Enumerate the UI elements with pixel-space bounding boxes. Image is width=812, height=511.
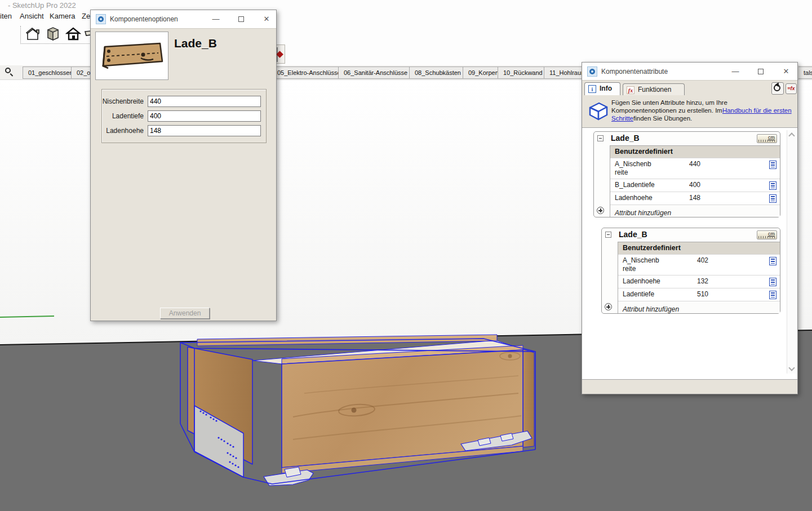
ruler-icon bbox=[758, 140, 775, 142]
units-button[interactable]: cm bbox=[757, 134, 777, 143]
close-button[interactable]: ✕ bbox=[776, 63, 796, 81]
attribute-name: B_Ladentiefe bbox=[615, 181, 689, 189]
tab-strip: i Info fx Funktionen =fx bbox=[582, 80, 797, 95]
banner-text: Fügen Sie unten Attribute hinzu, um Ihre… bbox=[611, 99, 792, 122]
menu-item-ansicht[interactable]: Ansicht bbox=[20, 12, 44, 20]
attribute-value[interactable]: 402 bbox=[697, 256, 769, 265]
attribute-value[interactable]: 510 bbox=[697, 290, 769, 299]
search-icon[interactable] bbox=[5, 68, 14, 77]
dialog-title: Komponentenattribute bbox=[601, 68, 668, 75]
add-attribute-row[interactable]: Attribut hinzufügen bbox=[618, 301, 780, 313]
units-button[interactable]: cm bbox=[757, 230, 777, 239]
attribute-name: Ladentiefe bbox=[623, 290, 697, 299]
field-label-nischenbreite: Nischenbreite bbox=[102, 97, 144, 105]
attribute-name: Ladenhoehe bbox=[615, 194, 689, 202]
info-icon: i bbox=[588, 85, 596, 93]
handle bbox=[10, 73, 14, 77]
scene-tab-08[interactable]: 08_Schubkästen bbox=[409, 66, 467, 79]
tab-funktionen-label: Funktionen bbox=[638, 86, 671, 94]
maximize-button[interactable] bbox=[751, 63, 770, 81]
scene-tab-01[interactable]: 01_geschlossen bbox=[23, 66, 79, 79]
attribute-details-icon[interactable] bbox=[769, 291, 776, 299]
refresh-icon bbox=[774, 85, 780, 91]
section-header: Benutzerdefiniert bbox=[618, 242, 780, 254]
component-name: Lade_B bbox=[174, 37, 217, 50]
collapse-icon[interactable] bbox=[597, 135, 604, 141]
attribute-details-icon[interactable] bbox=[769, 194, 776, 203]
attribute-value[interactable]: 132 bbox=[697, 277, 769, 286]
dialog-titlebar[interactable]: Komponentenoptionen — ✕ bbox=[91, 10, 276, 28]
lens bbox=[5, 68, 11, 73]
attribute-table-1: Lade_B cm Benutzerdefiniert A_Nischenb r… bbox=[593, 131, 780, 217]
component-cube-icon bbox=[586, 99, 610, 125]
window-title: - SketchUp Pro 2022 bbox=[8, 1, 76, 10]
maximize-button[interactable] bbox=[232, 10, 251, 28]
component-attributes-dialog: Komponentenattribute — ✕ i Info fx Funkt… bbox=[582, 62, 798, 394]
attribute-details-icon[interactable] bbox=[769, 181, 776, 190]
refresh-button[interactable] bbox=[771, 82, 784, 95]
add-attribute-label: Attribut hinzufügen bbox=[615, 209, 671, 217]
menu-item-fragment[interactable]: iten bbox=[0, 12, 12, 20]
options-form: Nischenbreite Ladentiefe Ladenhoehe bbox=[101, 89, 267, 143]
sketchup-icon bbox=[96, 14, 106, 24]
collapse-icon[interactable] bbox=[605, 232, 611, 238]
dialog-titlebar[interactable]: Komponentenattribute — ✕ bbox=[582, 63, 797, 81]
menu-item-kamera[interactable]: Kamera bbox=[50, 12, 76, 20]
scrollbar[interactable] bbox=[787, 130, 796, 374]
add-attribute-icon[interactable] bbox=[605, 303, 612, 310]
info-banner: Fügen Sie unten Attribute hinzu, um Ihre… bbox=[582, 95, 797, 127]
ladentiefe-input[interactable] bbox=[148, 110, 261, 122]
attribute-name: A_Nischenb reite bbox=[615, 160, 689, 177]
nischenbreite-input[interactable] bbox=[148, 96, 261, 107]
attribute-row[interactable]: A_Nischenb reite 402 bbox=[618, 254, 780, 275]
attribute-value[interactable]: 440 bbox=[689, 160, 769, 168]
minimize-button[interactable]: — bbox=[206, 10, 225, 28]
home-icon[interactable] bbox=[65, 26, 81, 42]
scene-tab-10[interactable]: 10_Rückwand bbox=[498, 66, 548, 79]
attribute-value[interactable]: 400 bbox=[689, 181, 769, 189]
table-component-name: Lade_B bbox=[611, 134, 640, 143]
attribute-row[interactable]: Ladenhoehe 148 bbox=[610, 192, 780, 205]
sketchy-house-icon[interactable] bbox=[25, 26, 41, 42]
sketchup-icon bbox=[587, 66, 597, 77]
toolbar-handle bbox=[20, 26, 21, 43]
ladenhoehe-input[interactable] bbox=[148, 125, 261, 136]
attributes-content: Lade_B cm Benutzerdefiniert A_Nischenb r… bbox=[582, 127, 797, 379]
table-component-name: Lade_B bbox=[619, 230, 647, 239]
attribute-details-icon[interactable] bbox=[769, 257, 776, 265]
attribute-details-icon[interactable] bbox=[769, 161, 776, 169]
banner-text-2: finden Sie Übungen. bbox=[633, 115, 692, 122]
scroll-up-icon[interactable] bbox=[788, 132, 795, 139]
close-button[interactable]: ✕ bbox=[257, 10, 276, 28]
tab-funktionen[interactable]: fx Funktionen bbox=[623, 83, 685, 96]
scene-tab-06[interactable]: 06_Sanitär-Anschlüsse bbox=[338, 66, 413, 79]
field-label-ladenhoehe: Ladenhoehe bbox=[102, 127, 144, 135]
minimize-button[interactable]: — bbox=[726, 63, 745, 81]
component-options-dialog: Komponentenoptionen — ✕ Lade_B Nischenbr… bbox=[90, 10, 277, 321]
attribute-name: A_Nischenb reite bbox=[623, 256, 697, 273]
ruler-icon bbox=[758, 236, 775, 238]
dialog-footer bbox=[582, 379, 797, 394]
scene-tab-05[interactable]: 05_Elektro-Anschlüsse bbox=[272, 66, 347, 79]
attribute-row[interactable]: A_Nischenb reite 440 bbox=[610, 158, 780, 179]
scroll-down-icon[interactable] bbox=[788, 365, 795, 371]
toggle-formulas-button[interactable]: =fx bbox=[786, 83, 797, 94]
attribute-row[interactable]: Ladenhoehe 132 bbox=[618, 275, 780, 288]
banner-text-1: Fügen Sie unten Attribute hinzu, um Ihre… bbox=[611, 99, 727, 114]
add-attribute-row[interactable]: Attribut hinzufügen bbox=[610, 205, 780, 217]
tab-info[interactable]: i Info bbox=[584, 82, 620, 96]
component-box-icon[interactable] bbox=[45, 26, 61, 42]
dialog-title: Komponentenoptionen bbox=[110, 15, 178, 23]
tab-info-label: Info bbox=[600, 85, 612, 92]
attribute-details-icon[interactable] bbox=[769, 278, 776, 286]
attribute-value[interactable]: 148 bbox=[689, 194, 769, 202]
attribute-row[interactable]: B_Ladentiefe 400 bbox=[610, 179, 780, 192]
add-attribute-label: Attribut hinzufügen bbox=[623, 305, 679, 313]
scene-tab-fragment[interactable]: talsch bbox=[798, 66, 812, 79]
attribute-row[interactable]: Ladentiefe 510 bbox=[618, 288, 780, 301]
fx-icon: fx bbox=[627, 86, 634, 94]
add-attribute-icon[interactable] bbox=[597, 207, 604, 214]
field-label-ladentiefe: Ladentiefe bbox=[102, 112, 144, 120]
attribute-table-2: Lade_B cm Benutzerdefiniert A_Nischenb r… bbox=[601, 228, 780, 314]
apply-button[interactable]: Anwenden bbox=[160, 308, 210, 319]
